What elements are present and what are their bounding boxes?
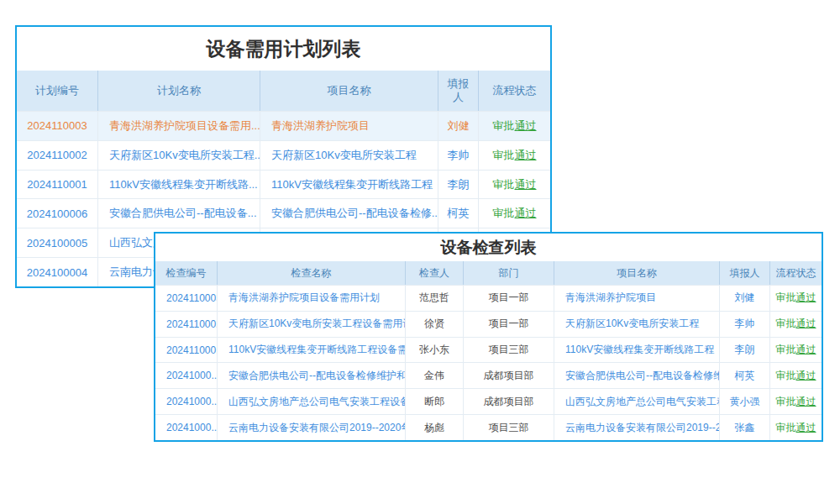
- inspection_table-cell-project[interactable]: 天府新区10Kv变电所安装工程: [554, 312, 720, 337]
- plan_table-cell-project[interactable]: 110kV安徽线程集变开断线路工程: [260, 171, 438, 199]
- inspection_table-cell-name[interactable]: 青海洪湖养护院项目设备需用计划: [218, 286, 406, 311]
- plan_table-cell-status[interactable]: 审批通过: [479, 171, 550, 199]
- inspection_table-cell-status[interactable]: 审批通过: [770, 312, 822, 337]
- inspection_table-cell-id[interactable]: 20241000...: [155, 363, 218, 388]
- plan-list-title: 设备需用计划列表: [17, 27, 550, 71]
- inspection_table-cell-inspector: 张小东: [406, 338, 464, 363]
- inspection_table-cell-inspector: 范思哲: [406, 286, 464, 311]
- status-link[interactable]: 通过: [796, 369, 816, 383]
- inspection_table-header-id: 检查编号: [155, 261, 218, 285]
- plan-list-header-row: 计划编号计划名称项目名称填报人流程状态: [17, 71, 550, 111]
- inspection_table-cell-status[interactable]: 审批通过: [770, 286, 822, 311]
- inspection_table-cell-inspector: 杨彪: [406, 415, 464, 440]
- inspection_table-cell-project[interactable]: 安徽合肥供电公司--配电设备检修维护...: [554, 363, 720, 388]
- inspection_table-cell-name[interactable]: 云南电力设备安装有限公司2019--2020年...: [218, 415, 406, 440]
- inspection_table-row[interactable]: 20241000...安徽合肥供电公司--配电设备检修维护和...金伟成都项目部…: [155, 362, 822, 388]
- inspection_table-cell-id[interactable]: 2024110001: [155, 338, 218, 363]
- inspection_table-cell-reporter[interactable]: 柯英: [720, 363, 770, 388]
- inspection_table-cell-dept: 成都项目部: [464, 363, 554, 388]
- plan_table-cell-reporter[interactable]: 李帅: [438, 141, 479, 170]
- status-link[interactable]: 通过: [796, 421, 816, 435]
- inspection_table-cell-project[interactable]: 云南电力设备安装有限公司2019--202...: [554, 415, 720, 440]
- plan_table-cell-id[interactable]: 2024110003: [17, 112, 98, 140]
- inspection_table-cell-project[interactable]: 110kV安徽线程集变开断线路工程: [554, 338, 720, 363]
- status-text: 审批: [493, 148, 515, 163]
- inspection_table-cell-inspector: 断郎: [406, 389, 464, 414]
- status-text: 审批: [493, 118, 515, 134]
- plan_table-cell-id[interactable]: 2024100006: [17, 199, 98, 228]
- inspection_table-header-status: 流程状态: [770, 261, 822, 285]
- plan_table-header-id: 计划编号: [17, 71, 98, 111]
- status-text: 审批: [776, 421, 796, 435]
- inspection_table-row[interactable]: 2024110001110kV安徽线程集变开断线路工程设备需...张小东项目三部…: [155, 337, 822, 363]
- inspection_table-row[interactable]: 20241000...云南电力设备安装有限公司2019--2020年...杨彪项…: [155, 414, 822, 440]
- inspection_table-row[interactable]: 2024110002天府新区10Kv变电所安装工程设备需用计划徐贤项目一部天府新…: [155, 311, 822, 337]
- inspection_table-cell-id[interactable]: 20241000...: [155, 389, 218, 414]
- plan_table-cell-name[interactable]: 青海洪湖养护院项目设备需用...: [98, 112, 260, 140]
- inspection_table-cell-name[interactable]: 天府新区10Kv变电所安装工程设备需用计划: [218, 312, 406, 337]
- plan_table-cell-id[interactable]: 2024110001: [17, 171, 98, 199]
- plan_table-cell-reporter[interactable]: 刘健: [438, 112, 479, 140]
- inspection_table-cell-id[interactable]: 2024110003: [155, 286, 218, 311]
- status-link[interactable]: 通过: [796, 317, 816, 331]
- status-link[interactable]: 通过: [515, 206, 537, 221]
- inspection_table-row[interactable]: 2024110003青海洪湖养护院项目设备需用计划范思哲项目一部青海洪湖养护院项…: [155, 285, 822, 311]
- inspection-list-header-row: 检查编号检查名称检查人部门项目名称填报人流程状态: [155, 261, 822, 285]
- inspection_table-cell-id[interactable]: 20241000...: [155, 415, 218, 440]
- inspection_table-cell-reporter[interactable]: 黄小强: [720, 389, 770, 414]
- plan_table-header-project: 项目名称: [260, 71, 438, 111]
- inspection_table-header-name: 检查名称: [218, 261, 406, 285]
- plan_table-cell-project[interactable]: 天府新区10Kv变电所安装工程: [260, 141, 438, 170]
- plan_table-cell-status[interactable]: 审批通过: [479, 112, 550, 140]
- status-text: 审批: [493, 177, 515, 192]
- inspection_table-cell-inspector: 徐贤: [406, 312, 464, 337]
- status-link[interactable]: 通过: [796, 291, 816, 305]
- inspection_table-cell-project[interactable]: 青海洪湖养护院项目: [554, 286, 720, 311]
- inspection_table-cell-id[interactable]: 2024110002: [155, 312, 218, 337]
- plan_table-row[interactable]: 2024110002天府新区10Kv变电所安装工程...天府新区10Kv变电所安…: [17, 140, 550, 170]
- inspection_table-cell-dept: 项目一部: [464, 286, 554, 311]
- plan_table-cell-name[interactable]: 110kV安徽线程集变开断线路...: [98, 171, 260, 199]
- status-link[interactable]: 通过: [796, 395, 816, 409]
- inspection_table-cell-status[interactable]: 审批通过: [770, 389, 822, 414]
- inspection_table-cell-dept: 成都项目部: [464, 389, 554, 414]
- inspection_table-cell-name[interactable]: 安徽合肥供电公司--配电设备检修维护和...: [218, 363, 406, 388]
- status-text: 审批: [776, 291, 796, 305]
- status-link[interactable]: 通过: [515, 148, 537, 163]
- inspection_table-cell-name[interactable]: 110kV安徽线程集变开断线路工程设备需...: [218, 338, 406, 363]
- plan_table-cell-project[interactable]: 青海洪湖养护院项目: [260, 112, 438, 140]
- inspection_table-cell-status[interactable]: 审批通过: [770, 363, 822, 388]
- plan_table-cell-status[interactable]: 审批通过: [479, 199, 550, 228]
- status-link[interactable]: 通过: [796, 343, 816, 357]
- plan_table-cell-id[interactable]: 2024100004: [17, 258, 98, 286]
- inspection_table-cell-status[interactable]: 审批通过: [770, 338, 822, 363]
- status-link[interactable]: 通过: [515, 118, 537, 134]
- plan_table-row[interactable]: 2024110003青海洪湖养护院项目设备需用...青海洪湖养护院项目刘健审批通…: [17, 111, 550, 140]
- plan_table-cell-status[interactable]: 审批通过: [479, 141, 550, 170]
- inspection_table-row[interactable]: 20241000...山西弘文房地产总公司电气安装工程设备...断郎成都项目部山…: [155, 388, 822, 414]
- inspection-list-title: 设备检查列表: [155, 234, 822, 261]
- inspection_table-cell-status[interactable]: 审批通过: [770, 415, 822, 440]
- status-text: 审批: [776, 395, 796, 409]
- status-text: 审批: [493, 206, 515, 221]
- inspection_table-cell-name[interactable]: 山西弘文房地产总公司电气安装工程设备...: [218, 389, 406, 414]
- status-text: 审批: [776, 317, 796, 331]
- inspection_table-cell-reporter[interactable]: 张鑫: [720, 415, 770, 440]
- plan_table-row[interactable]: 2024100006安徽合肥供电公司--配电设备...安徽合肥供电公司--配电设…: [17, 198, 550, 228]
- plan_table-cell-name[interactable]: 天府新区10Kv变电所安装工程...: [98, 141, 260, 170]
- plan_table-cell-reporter[interactable]: 柯英: [438, 199, 479, 228]
- plan_table-cell-id[interactable]: 2024110002: [17, 141, 98, 170]
- inspection_table-cell-reporter[interactable]: 刘健: [720, 286, 770, 311]
- inspection_table-header-dept: 部门: [464, 261, 554, 285]
- plan_table-cell-project[interactable]: 安徽合肥供电公司--配电设备检修...: [260, 199, 438, 228]
- plan_table-cell-name[interactable]: 安徽合肥供电公司--配电设备...: [98, 199, 260, 228]
- inspection_table-cell-dept: 项目三部: [464, 415, 554, 440]
- inspection_table-header-project: 项目名称: [554, 261, 720, 285]
- inspection_table-cell-reporter[interactable]: 李帅: [720, 312, 770, 337]
- inspection_table-cell-reporter[interactable]: 李朗: [720, 338, 770, 363]
- plan_table-cell-reporter[interactable]: 李朗: [438, 171, 479, 199]
- inspection_table-cell-project[interactable]: 山西弘文房地产总公司电气安装工程: [554, 389, 720, 414]
- status-link[interactable]: 通过: [515, 177, 537, 192]
- plan_table-cell-id[interactable]: 2024100005: [17, 228, 98, 257]
- plan_table-row[interactable]: 2024110001110kV安徽线程集变开断线路...110kV安徽线程集变开…: [17, 170, 550, 199]
